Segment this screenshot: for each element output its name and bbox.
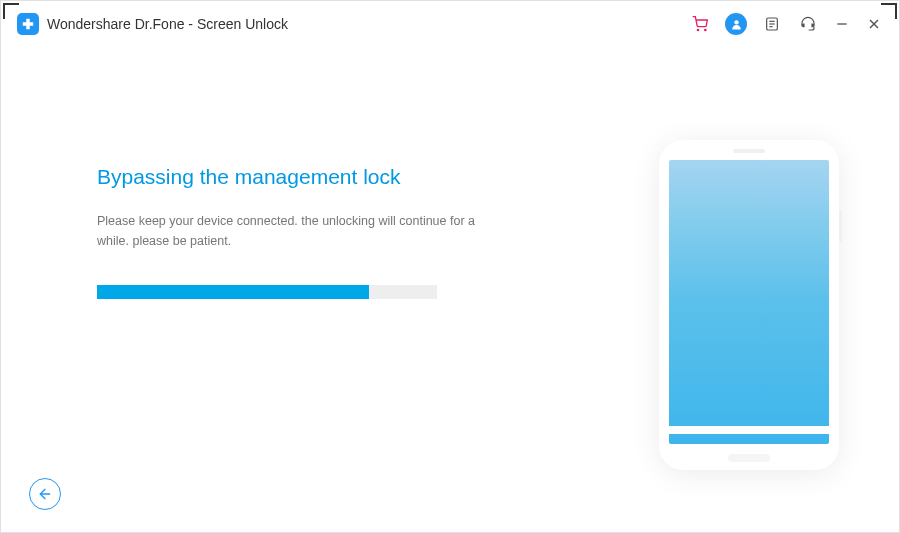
svg-rect-1	[23, 22, 34, 26]
corner-decoration	[881, 3, 897, 19]
content-area: Bypassing the management lock Please kee…	[1, 47, 899, 532]
minimize-button[interactable]	[833, 15, 851, 33]
back-button[interactable]	[29, 478, 61, 510]
svg-point-4	[734, 20, 738, 24]
feedback-icon[interactable]	[761, 13, 783, 35]
titlebar: Wondershare Dr.Fone - Screen Unlock	[1, 1, 899, 47]
app-title: Wondershare Dr.Fone - Screen Unlock	[47, 16, 288, 32]
user-icon[interactable]	[725, 13, 747, 35]
titlebar-right	[689, 13, 883, 35]
corner-decoration	[3, 3, 19, 19]
svg-point-3	[705, 29, 706, 30]
app-logo-icon	[17, 13, 39, 35]
svg-point-2	[697, 29, 698, 30]
titlebar-left: Wondershare Dr.Fone - Screen Unlock	[17, 13, 288, 35]
progress-bar	[97, 285, 437, 299]
page-subtext: Please keep your device connected. the u…	[97, 211, 497, 251]
app-window: Wondershare Dr.Fone - Screen Unlock	[0, 0, 900, 533]
headset-icon[interactable]	[797, 13, 819, 35]
progress-fill	[97, 285, 369, 299]
page-heading: Bypassing the management lock	[97, 165, 579, 189]
phone-illustration	[659, 140, 839, 470]
phone-side-button	[839, 210, 842, 242]
content-right	[639, 47, 899, 532]
cart-icon[interactable]	[689, 13, 711, 35]
phone-screen	[669, 160, 829, 444]
phone-speaker	[733, 149, 765, 153]
phone-home-button	[728, 454, 770, 462]
phone-screen-divider	[669, 426, 829, 434]
content-left: Bypassing the management lock Please kee…	[1, 47, 639, 532]
